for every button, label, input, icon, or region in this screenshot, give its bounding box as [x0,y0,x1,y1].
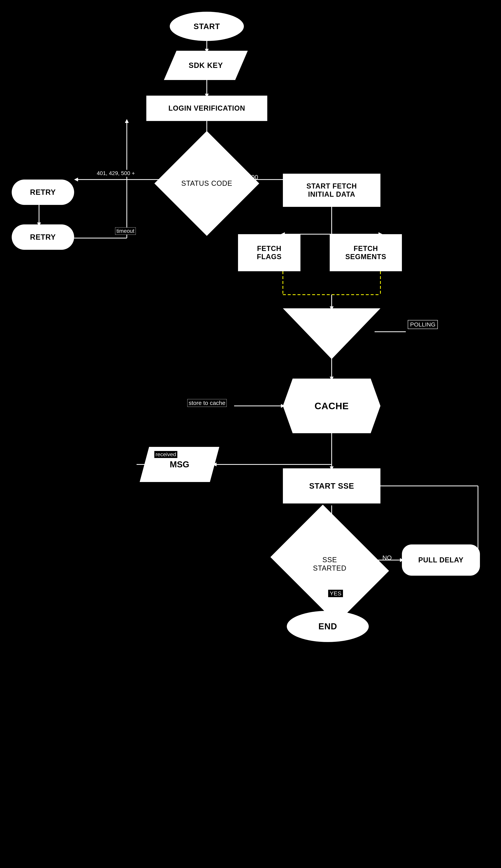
svg-marker-7 [74,178,78,181]
label-yes: YES [328,589,343,597]
diagram-container: START SDK KEY LOGIN VERIFICATION STATUS … [0,0,501,868]
label-received: received [154,451,178,458]
retry2-shape: RETRY [12,224,74,250]
sdk-key-shape: SDK KEY [164,51,248,80]
connectors-svg [0,0,501,868]
end-shape: END [287,611,369,642]
sse-started-label: SSE STARTED [313,555,347,572]
retry1-shape: RETRY [12,180,74,205]
status-code-label: STATUS CODE [181,179,232,188]
msg-shape: MSG [140,447,219,482]
start-shape: START [170,12,244,41]
fetch-segments-label: FETCH SEGMENTS [345,244,386,261]
svg-marker-12 [125,119,129,123]
label-polling: POLLING [408,320,438,329]
login-verification-shape: LOGIN VERIFICATION [146,96,267,121]
svg-marker-46 [283,308,381,359]
fetch-segments-shape: FETCH SEGMENTS [330,234,402,271]
msg-label: MSG [170,459,189,469]
start-sse-shape: START SSE [283,468,381,504]
label-401: 401, 429, 500 + [96,170,136,177]
fetch-flags-shape: FETCH FLAGS [238,234,300,271]
label-200: 200 [248,174,258,181]
label-store-to-cache: store to cache [187,399,227,407]
status-code-diamond: STATUS CODE [170,146,244,221]
fetch-flags-label: FETCH FLAGS [257,244,282,261]
label-timeout: timeout [115,227,136,235]
label-no: NO [382,554,392,561]
start-fetch-label: START FETCH INITIAL DATA [307,182,357,199]
funnel-shape [283,308,381,359]
pull-delay-shape: PULL DELAY [402,544,480,576]
cache-shape: CACHE [283,379,381,433]
start-fetch-shape: START FETCH INITIAL DATA [283,174,381,207]
